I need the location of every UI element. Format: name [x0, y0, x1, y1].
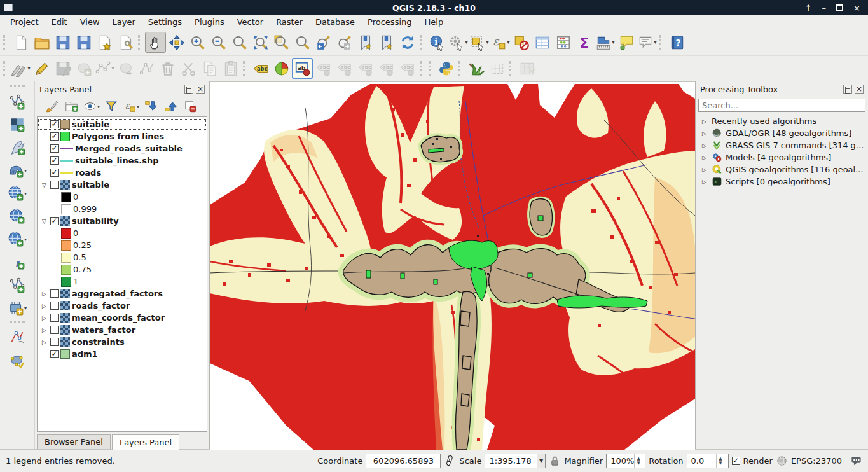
new-shapefile-button[interactable]: [6, 274, 29, 296]
layer-checkbox[interactable]: [50, 156, 59, 165]
toolbox-group-label[interactable]: GDAL/OGR [48 geoalgorithms]: [726, 128, 851, 138]
show-hide-labels-button[interactable]: [334, 58, 355, 79]
layer-item-merged-roads-suitable[interactable]: Merged_roads_suitable: [38, 142, 207, 155]
expand-all-button[interactable]: [141, 97, 160, 115]
layer-item-suitable-raster[interactable]: ▽ suitable: [38, 179, 207, 191]
toolbox-item-models[interactable]: ▷ Models [4 geoalgorithms]: [696, 151, 868, 163]
chevron-down-icon[interactable]: ▼: [537, 454, 546, 468]
toolbox-item-qgis[interactable]: ▷ QGIS geoalgorithms [116 geoal...: [696, 163, 868, 176]
identify-features-button[interactable]: [427, 32, 448, 53]
restore-button[interactable]: [836, 4, 843, 11]
layer-label[interactable]: adm1: [72, 349, 98, 359]
add-raster-layer-button[interactable]: [6, 113, 29, 136]
text-annotation-button[interactable]: ▾: [637, 32, 658, 53]
layer-checkbox[interactable]: [50, 181, 59, 189]
close-button[interactable]: ×: [853, 4, 860, 12]
layer-label[interactable]: suitable: [72, 180, 109, 190]
filter-legend-button[interactable]: [102, 97, 121, 115]
add-group-button[interactable]: [62, 97, 81, 115]
pan-to-selection-button[interactable]: [166, 32, 187, 53]
layer-label[interactable]: suitable: [72, 120, 109, 129]
crs-globe-icon[interactable]: [776, 455, 788, 467]
paste-features-button[interactable]: [220, 58, 241, 79]
refresh-map-button[interactable]: [397, 32, 418, 53]
epsg-status[interactable]: EPSG:23700: [791, 456, 842, 466]
layer-label[interactable]: constraints: [72, 337, 125, 347]
legend-entry-0[interactable]: 0: [38, 191, 207, 203]
add-wms-layer-button[interactable]: ▾: [6, 182, 29, 205]
layer-checkbox[interactable]: [50, 289, 59, 298]
current-edits-button[interactable]: ▾: [10, 58, 31, 79]
measure-button[interactable]: ▾: [595, 32, 616, 53]
highlight-labels-button[interactable]: [313, 58, 334, 79]
layer-item-mean-coords-factor[interactable]: ▷ mean_coords_factor: [38, 312, 207, 324]
layer-label[interactable]: Merged_roads_suitable: [75, 144, 183, 153]
new-bookmark-button[interactable]: [355, 32, 376, 53]
layer-checkbox[interactable]: [50, 217, 59, 225]
layer-label[interactable]: roads: [75, 168, 101, 177]
field-calculator-button[interactable]: [553, 32, 574, 53]
coordinate-input[interactable]: 602096,65893: [366, 454, 441, 468]
legend-entry-0999[interactable]: 0.999: [38, 203, 207, 215]
add-spatialite-layer-button[interactable]: [6, 136, 29, 159]
legend-entry-05[interactable]: 0.5: [38, 251, 207, 263]
feature-action-button[interactable]: ▾: [448, 32, 469, 53]
layer-checkbox[interactable]: [50, 302, 59, 310]
menu-help[interactable]: Help: [418, 16, 450, 28]
digitize-with-check-button[interactable]: [6, 349, 29, 372]
expander-icon[interactable]: ▽: [40, 182, 48, 188]
layer-label[interactable]: 0.25: [73, 240, 92, 250]
scale-combobox[interactable]: 1:395,178 ▼: [485, 454, 546, 468]
add-wfs-layer-button[interactable]: ▾: [6, 228, 29, 251]
layer-checkbox[interactable]: [50, 338, 59, 346]
minimize-button[interactable]: –: [822, 4, 827, 12]
rotation-spinbox[interactable]: 0.0 ▲▼: [687, 454, 729, 468]
add-postgis-layer-button[interactable]: ▾: [6, 159, 29, 182]
layer-item-adm1[interactable]: adm1: [38, 348, 207, 360]
layer-label[interactable]: 0.75: [73, 265, 92, 274]
layer-label[interactable]: mean_coords_factor: [72, 313, 165, 323]
manage-visibility-button[interactable]: ▾: [82, 97, 101, 115]
toolbox-group-label[interactable]: Scripts [0 geoalgorithms]: [726, 177, 830, 186]
python-console-button[interactable]: [436, 58, 457, 79]
shade-window-button[interactable]: ↑: [805, 4, 812, 12]
new-project-button[interactable]: [10, 32, 31, 53]
render-checkbox[interactable]: [732, 457, 740, 465]
toolbox-group-label[interactable]: Models [4 geoalgorithms]: [726, 153, 831, 162]
layer-diagram-button[interactable]: [271, 58, 292, 79]
tab-layers-panel[interactable]: Layers Panel: [112, 434, 179, 450]
float-panel-button[interactable]: [843, 85, 852, 94]
node-tool-button[interactable]: [136, 58, 157, 79]
layer-item-suitability[interactable]: ▽ suitability: [38, 215, 207, 227]
select-features-button[interactable]: ▾: [469, 32, 490, 53]
grass-region-button[interactable]: [486, 58, 507, 79]
layer-item-constraints[interactable]: ▷ constraints: [38, 336, 207, 348]
zoom-full-button[interactable]: [250, 32, 271, 53]
filter-expression-button[interactable]: ▾: [121, 97, 141, 115]
layer-item-roads-factor[interactable]: ▷ roads_factor: [38, 300, 207, 312]
expander-icon[interactable]: ▽: [40, 218, 48, 225]
zoom-to-layer-button[interactable]: [292, 32, 313, 53]
layer-checkbox[interactable]: [50, 120, 59, 128]
layer-checkbox[interactable]: [50, 169, 59, 177]
menu-edit[interactable]: Edit: [45, 16, 73, 28]
menu-project[interactable]: Project: [4, 16, 45, 28]
close-panel-button[interactable]: [855, 85, 864, 94]
layer-label[interactable]: waters_factor: [72, 325, 135, 335]
add-vector-layer-button[interactable]: [6, 90, 29, 113]
new-composer-button[interactable]: [94, 32, 115, 53]
layer-item-waters-factor[interactable]: ▷ waters_factor: [38, 324, 207, 336]
mouse-position-toggle-icon[interactable]: [444, 455, 456, 467]
toolbox-item-scripts[interactable]: ▷ Scripts [0 geoalgorithms]: [696, 176, 868, 188]
grass-mapset-button[interactable]: [516, 58, 537, 79]
zoom-last-button[interactable]: [313, 32, 334, 53]
toolbox-group-label[interactable]: QGIS geoalgorithms [116 geoal...: [726, 165, 864, 174]
zoom-next-button[interactable]: [334, 32, 355, 53]
layer-label[interactable]: roads_factor: [72, 301, 130, 310]
spinner-arrows-icon[interactable]: ▲▼: [716, 454, 724, 468]
cut-features-button[interactable]: [178, 58, 199, 79]
add-delimited-text-button[interactable]: [6, 251, 29, 274]
menu-raster[interactable]: Raster: [270, 16, 309, 28]
save-project-button[interactable]: [52, 32, 73, 53]
layer-label[interactable]: 0.999: [73, 204, 97, 214]
